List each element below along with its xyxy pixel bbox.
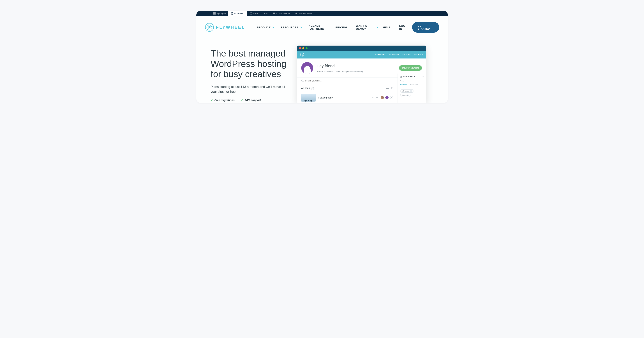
nav-login[interactable]: LOG IN — [399, 24, 408, 30]
tag-icon — [372, 97, 374, 99]
brand-wpengine[interactable]: wpengine — [211, 11, 228, 16]
svg-rect-11 — [273, 12, 274, 14]
app-logo-icon — [300, 53, 304, 56]
nav-label: WANT A DEMO? — [356, 24, 375, 30]
brand-studiopress[interactable]: STUDIOPRESS — [270, 11, 292, 16]
svg-rect-2 — [215, 12, 216, 13]
tag-pill-billing[interactable]: billing due 2 — [400, 89, 414, 93]
logo[interactable]: FLYWHEEL — [205, 23, 245, 32]
filter-tab-alltags[interactable]: ALL TAGS — [410, 84, 418, 87]
nav-help[interactable]: HELP — [383, 26, 390, 29]
tag-count: 2 — [410, 90, 412, 92]
nav-label: HELP — [383, 26, 390, 29]
tag-pill-client[interactable]: client 4 — [400, 94, 410, 97]
brand-deliciousbrains[interactable]: DELICIOUS BRAINS — [293, 11, 315, 16]
app-nav-dashboard[interactable]: DASHBOARD — [374, 54, 385, 55]
site-name: Fauxtography — [318, 96, 333, 99]
feature-support: 24/7 support — [241, 99, 261, 102]
svg-rect-27 — [391, 87, 392, 88]
list-icon — [386, 87, 389, 89]
filter-tab-mytags[interactable]: MY TAGS — [400, 84, 408, 87]
tag-label: client — [402, 94, 406, 96]
hero-features: Free migrations 24/7 support — [211, 99, 290, 102]
filter-icon — [400, 76, 402, 78]
maximize-dot-icon — [306, 47, 308, 49]
main-nav: FLYWHEEL PRODUCT RESOURCES AGENCY PARTNE… — [196, 16, 448, 38]
svg-rect-8 — [215, 14, 216, 14]
collaborator-avatar[interactable] — [385, 96, 388, 99]
nav-label: RESOURCES — [280, 26, 298, 29]
add-collaborator-button[interactable]: + — [390, 96, 393, 99]
local-icon — [250, 12, 252, 15]
nav-demo[interactable]: WANT A DEMO? — [356, 24, 378, 30]
filter-close-button[interactable]: ✕ — [422, 76, 424, 78]
grid-view-button[interactable] — [391, 86, 393, 90]
chevron-down-icon — [272, 26, 274, 28]
app-nav-help[interactable]: GET HELP — [414, 54, 423, 55]
create-site-button[interactable]: CREATE A NEW SITE — [399, 65, 422, 71]
chevron-down-icon — [300, 26, 302, 28]
tag-badge-label: 1 TAG — [374, 97, 379, 99]
svg-rect-3 — [214, 13, 214, 14]
brand-acf[interactable]: ACF — [261, 11, 270, 16]
nav-resources[interactable]: RESOURCES — [280, 26, 302, 29]
nav-label: PRODUCT — [256, 26, 270, 29]
tag-count: 4 — [406, 95, 409, 96]
hero-subtitle: Plans starting at just $13 a month and w… — [211, 84, 290, 94]
welcome-heading: Hey friend! — [317, 64, 392, 68]
brain-icon — [295, 12, 298, 15]
grid-icon — [391, 87, 393, 89]
filter-section-tags[interactable]: Tags − — [400, 80, 424, 82]
app-bar: DASHBOARD MANAGE ADD-ONS GET HELP — [297, 51, 426, 58]
svg-rect-28 — [392, 87, 393, 88]
window-chrome — [297, 46, 426, 51]
svg-rect-7 — [214, 14, 215, 14]
tag-badge[interactable]: 1 TAG — [372, 97, 379, 99]
search-icon — [301, 79, 304, 82]
app-nav-manage[interactable]: MANAGE — [389, 54, 399, 55]
minus-icon: − — [423, 80, 424, 82]
brand-label: FLYWHEEL — [234, 12, 245, 14]
chevron-down-icon — [397, 54, 399, 55]
svg-rect-1 — [214, 12, 215, 13]
brand-label: DELICIOUS BRAINS — [299, 13, 312, 14]
svg-rect-6 — [214, 14, 214, 14]
svg-rect-0 — [214, 12, 214, 13]
hero-title: The best managed WordPress hosting for b… — [211, 48, 290, 79]
nav-secondary: WANT A DEMO? HELP LOG IN GET STARTED — [356, 22, 439, 33]
svg-line-17 — [303, 81, 304, 82]
list-view-button[interactable] — [386, 86, 389, 90]
collaborator-avatar[interactable] — [381, 96, 384, 99]
welcome-subtext: Welcome to the wonderful world of manage… — [317, 69, 392, 72]
svg-point-31 — [373, 97, 373, 97]
logo-text: FLYWHEEL — [216, 25, 245, 30]
nav-agency-partners[interactable]: AGENCY PARTNERS — [308, 24, 330, 30]
preview-wrap: DASHBOARD MANAGE ADD-ONS GET HELP Hey fr… — [297, 46, 434, 103]
svg-point-16 — [302, 80, 303, 81]
flywheel-logo-icon — [205, 23, 214, 32]
brand-label: wpengine — [217, 12, 226, 14]
nav-label: AGENCY PARTNERS — [308, 24, 330, 30]
svg-rect-29 — [391, 88, 392, 89]
nav-product[interactable]: PRODUCT — [256, 26, 274, 29]
site-thumbnail — [301, 94, 316, 102]
app-nav-addons[interactable]: ADD-ONS — [402, 54, 411, 55]
preview-window: DASHBOARD MANAGE ADD-ONS GET HELP Hey fr… — [297, 46, 426, 103]
tag-pills: billing due 2 client 4 — [400, 89, 424, 97]
svg-rect-30 — [392, 88, 393, 89]
flywheel-icon — [231, 12, 233, 15]
brand-flywheel[interactable]: FLYWHEEL — [228, 11, 247, 16]
chevron-down-icon — [376, 26, 378, 28]
brand-local[interactable]: Local — [247, 11, 261, 16]
nav-label: LOG IN — [399, 24, 408, 30]
view-toggle — [386, 86, 393, 90]
svg-rect-10 — [250, 12, 252, 14]
filter-tabs: MY TAGS ALL TAGS — [400, 84, 424, 87]
welcome-text: Hey friend! Welcome to the wonderful wor… — [317, 64, 392, 72]
get-started-button[interactable]: GET STARTED — [412, 22, 439, 33]
brand-label: ACF — [264, 12, 268, 14]
nav-pricing[interactable]: PRICING — [336, 26, 347, 29]
site-row[interactable]: Fauxtography 1 TAG + — [297, 92, 398, 103]
sites-header: All sites (8) — [297, 84, 398, 92]
filter-section-label: Tags — [400, 80, 404, 82]
